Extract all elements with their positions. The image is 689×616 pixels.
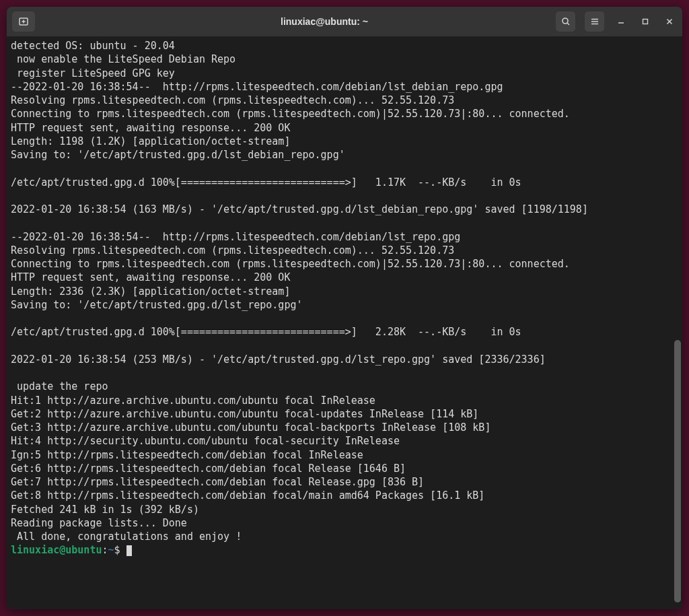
new-tab-icon <box>18 16 29 27</box>
prompt-path: ~ <box>108 544 114 556</box>
terminal-output: detected OS: ubuntu - 20.04 now enable t… <box>11 39 678 543</box>
minimize-icon <box>617 18 625 26</box>
window-title: linuxiac@ubuntu: ~ <box>93 16 556 27</box>
maximize-icon <box>641 18 649 26</box>
hamburger-icon <box>590 17 600 26</box>
terminal-body[interactable]: detected OS: ubuntu - 20.04 now enable t… <box>7 36 682 609</box>
minimize-button[interactable] <box>614 13 628 30</box>
titlebar: linuxiac@ubuntu: ~ <box>7 7 682 36</box>
titlebar-left <box>12 11 93 32</box>
scrollbar[interactable] <box>674 36 681 609</box>
new-tab-button[interactable] <box>12 11 35 32</box>
cursor <box>126 545 132 556</box>
prompt-separator: : <box>102 544 108 556</box>
close-button[interactable] <box>662 13 677 30</box>
search-button[interactable] <box>556 11 575 32</box>
svg-point-3 <box>563 18 568 24</box>
menu-button[interactable] <box>585 11 604 32</box>
svg-rect-9 <box>643 20 648 24</box>
svg-line-4 <box>567 23 569 25</box>
search-icon <box>561 17 571 26</box>
close-icon <box>665 18 674 26</box>
scrollbar-thumb[interactable] <box>674 340 681 603</box>
prompt-symbol: $ <box>114 544 120 556</box>
terminal-prompt-line[interactable]: linuxiac@ubuntu:~$ <box>11 543 678 557</box>
terminal-window: linuxiac@ubuntu: ~ <box>7 7 682 609</box>
maximize-button[interactable] <box>638 13 653 30</box>
prompt-user-host: linuxiac@ubuntu <box>11 544 102 556</box>
titlebar-right <box>556 11 677 32</box>
